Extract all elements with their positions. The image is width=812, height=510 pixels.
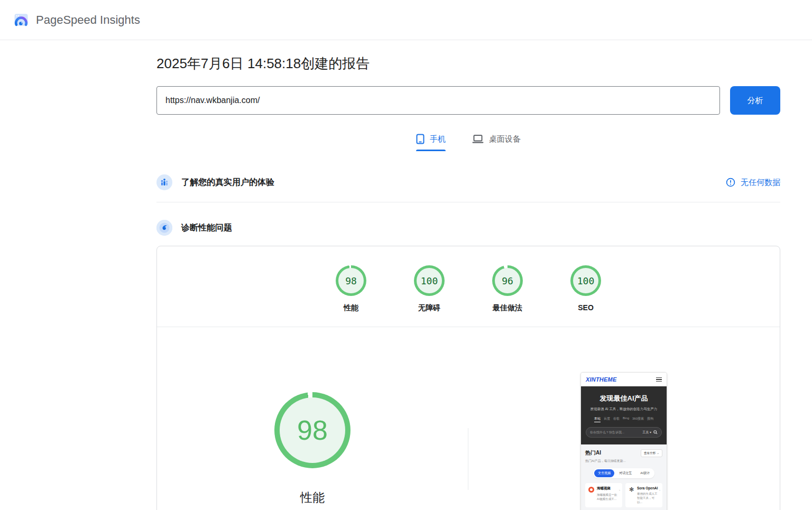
tab-mobile-label: 手机 [430,134,446,144]
hamburger-icon [656,377,662,382]
thumb-card: 海螺视频 海螺视频是一款AI视频生成工... › [585,483,622,507]
page-screenshot-thumbnail: XINTHEME 发现最佳AI产品 发现最强 AI 工具，释放你的创造力与生产力… [581,373,667,510]
seo-gauge: 100 [570,265,601,296]
vertical-divider [468,428,468,490]
sora-icon: ✻ [628,486,635,493]
thumb-nav: 本站 百度 谷歌 Bing 360搜索 搜狗 [586,416,662,422]
tab-desktop[interactable]: 桌面设备 [472,134,521,151]
performance-gauge: 98 [336,265,366,296]
section-divider [156,202,780,202]
thumb-pill: 对话交互 [615,469,635,477]
thumb-hero: 发现最佳AI产品 发现最强 AI 工具，释放你的创造力与生产力 本站 百度 谷歌… [581,386,667,444]
app-title: PageSpeed Insights [36,13,140,27]
thumb-nav-link: Bing [623,416,629,422]
thumb-pill: AI设计 [636,469,653,477]
field-data-section: 了解您的真实用户的体验 无任何数据 [156,174,780,190]
diagnose-title: 诊断性能问题 [181,222,232,234]
big-performance-label: 性能 [300,489,325,506]
thumb-pill: 文生视频 [594,469,614,477]
score-performance[interactable]: 98 性能 [335,265,367,313]
report-title: 2025年7月6日 14:58:18创建的报告 [156,54,780,73]
no-data-link[interactable]: 无任何数据 [741,178,780,188]
device-tabs: 手机 桌面设备 [156,134,780,151]
field-data-title: 了解您的真实用户的体验 [181,177,274,188]
thumb-hero-title: 发现最佳AI产品 [586,394,662,403]
url-input[interactable] [156,86,720,115]
accessibility-gauge: 100 [414,265,445,296]
thumb-card: ✻ Sora OpenAI 最强的生成人工智能工具，可以... › [625,483,662,507]
report-card: 98 性能 100 无障碍 96 最佳做法 100 SEO [156,246,780,510]
hailuo-icon [588,486,595,493]
thumb-nav-link: 百度 [604,416,610,422]
thumb-hero-subtitle: 发现最强 AI 工具，释放你的创造力与生产力 [586,407,662,412]
radar-icon [156,220,172,236]
thumb-pills: 文生视频 对话交互 AI设计 [585,468,662,478]
thumb-site-logo: XINTHEME [586,376,616,383]
url-row: 分析 [156,86,780,115]
score-seo[interactable]: 100 SEO [570,265,602,313]
score-accessibility[interactable]: 100 无障碍 [413,265,445,313]
users-chart-icon [156,174,172,190]
thumb-body: 热门AI 热门AI产品，每日持续更新... 查看全部 → 文生视频 对话交互 A… [581,444,667,510]
no-data-area: 无任何数据 [726,178,780,188]
score-gauges-row: 98 性能 100 无障碍 96 最佳做法 100 SEO [157,246,780,327]
thumb-nav-link: 360搜索 [632,416,644,422]
phone-icon [416,134,425,144]
thumb-site-header: XINTHEME [581,373,667,386]
thumb-card-grid: 海螺视频 海螺视频是一款AI视频生成工... › ✻ Sora OpenAI 最… [585,483,662,510]
thumb-nav-link: 谷歌 [613,416,620,422]
big-performance-gauge: 98 [274,392,350,468]
score-best-practices[interactable]: 96 最佳做法 [492,265,523,313]
accessibility-label: 无障碍 [418,303,440,313]
info-icon[interactable] [726,178,735,187]
thumb-section-title: 热门AI [585,449,626,457]
seo-label: SEO [578,303,594,312]
thumb-nav-link: 本站 [594,416,601,422]
laptop-icon [472,134,484,144]
search-icon [653,430,658,434]
tab-mobile[interactable]: 手机 [416,134,446,151]
tab-desktop-label: 桌面设备 [489,134,521,144]
big-performance-pane: 98 性能 [157,327,468,510]
thumb-section-subtitle: 热门AI产品，每日持续更新... [585,459,626,463]
analyze-button[interactable]: 分析 [730,86,780,115]
thumb-nav-link: 搜狗 [647,416,653,422]
thumb-search-placeholder: 你在找什么？快告诉我... [590,430,640,435]
diagnose-section: 诊断性能问题 [156,220,780,236]
thumb-search-bar: 你在找什么？快告诉我... 工具 ▾ [586,427,662,438]
thumb-view-all-button: 查看全部 → [641,449,662,457]
best-practices-gauge: 96 [492,265,523,296]
pagespeed-logo-icon [13,12,29,28]
app-header: PageSpeed Insights [0,0,812,40]
thumbnail-pane: XINTHEME 发现最佳AI产品 发现最强 AI 工具，释放你的创造力与生产力… [468,327,780,510]
performance-detail-area: 98 性能 XINTHEME 发现最佳AI产品 发现最强 AI 工具，释放你的创… [157,327,780,510]
performance-label: 性能 [344,303,358,313]
thumb-tool-dropdown: 工具 ▾ [642,430,651,435]
best-practices-label: 最佳做法 [493,303,522,313]
